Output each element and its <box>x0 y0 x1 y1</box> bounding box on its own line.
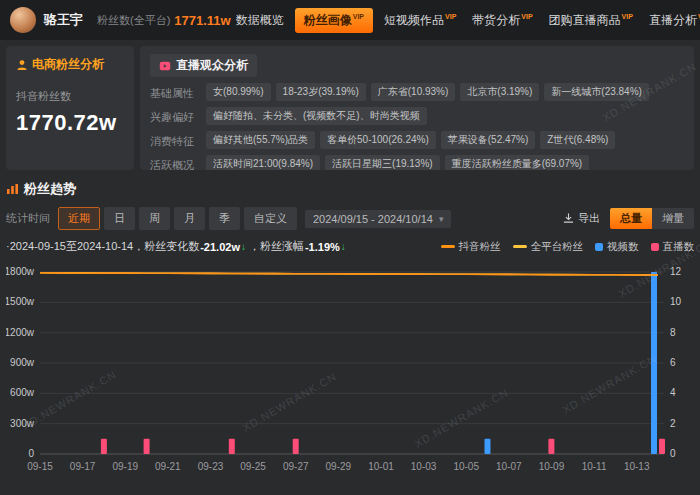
svg-text:09-17: 09-17 <box>70 461 96 472</box>
audience-tag: 客单价50-100(26.24%) <box>320 131 436 149</box>
svg-text:4: 4 <box>670 387 676 398</box>
nav-item[interactable]: 数据概览 <box>231 8 289 33</box>
legend-label: 视频数 <box>607 240 639 254</box>
mode-toggle-group: 总量增量 <box>610 208 694 229</box>
nav-item[interactable]: 直播分析VIP <box>644 8 700 33</box>
live-audience-panel: 直播观众分析 基础属性女(80.99%)18-23岁(39.19%)广东省(10… <box>140 46 694 170</box>
avatar[interactable] <box>10 7 36 33</box>
vip-badge: VIP <box>445 13 456 20</box>
audience-tag: 北京市(3.19%) <box>460 83 539 101</box>
svg-text:10-07: 10-07 <box>496 461 522 472</box>
person-icon <box>16 59 28 71</box>
bar-chart-icon <box>6 183 19 195</box>
audience-tag: 活跃日星期三(19.13%) <box>325 155 440 170</box>
period-button[interactable]: 自定义 <box>244 207 297 230</box>
svg-text:6: 6 <box>670 357 676 368</box>
period-button[interactable]: 月 <box>174 207 205 230</box>
live-icon <box>159 60 171 72</box>
chart-area: 1800w121500w101200w8900w6600w4300w20009-… <box>6 258 694 490</box>
svg-text:1500w: 1500w <box>6 296 35 307</box>
svg-text:09-29: 09-29 <box>326 461 352 472</box>
topbar: 骆王宇 粉丝数(全平台) 1771.11w 数据概览粉丝画像VIP短视频作品VI… <box>0 0 700 40</box>
audience-tag: 偏好随拍、未分类、(视频数不足)、时尚类视频 <box>206 107 427 125</box>
fans-total-label: 粉丝数(全平台) <box>97 13 170 28</box>
svg-text:0: 0 <box>28 448 34 459</box>
fans-rate-value: -1.19% <box>305 241 340 253</box>
mode-button[interactable]: 增量 <box>652 208 694 229</box>
vip-badge: VIP <box>353 13 364 20</box>
audience-row-label: 兴趣偏好 <box>150 107 206 125</box>
ecommerce-fan-panel-header: 电商粉丝分析 <box>16 56 124 73</box>
chart-legend: 抖音粉丝全平台粉丝视频数直播数 <box>441 240 695 254</box>
svg-text:09-25: 09-25 <box>240 461 266 472</box>
audience-tag: 苹果设备(52.47%) <box>441 131 536 149</box>
nav-item[interactable]: 带货分析VIP <box>467 8 537 33</box>
svg-text:09-19: 09-19 <box>112 461 138 472</box>
svg-text:12: 12 <box>670 266 682 277</box>
nav-item[interactable]: 粉丝画像VIP <box>295 8 373 33</box>
fan-trend-chart: 1800w121500w101200w8900w6600w4300w20009-… <box>6 258 694 486</box>
time-range-label: 统计时间 <box>6 211 50 226</box>
audience-tag: 广东省(10.93%) <box>371 83 456 101</box>
audience-row: 基础属性女(80.99%)18-23岁(39.19%)广东省(10.93%)北京… <box>150 83 684 101</box>
top-nav: 数据概览粉丝画像VIP短视频作品VIP带货分析VIP团购直播商品VIP直播分析V… <box>231 8 700 33</box>
legend-label: 全平台粉丝 <box>531 240 584 254</box>
vip-badge: VIP <box>521 13 532 20</box>
audience-row-label: 消费特征 <box>150 131 206 149</box>
svg-text:8: 8 <box>670 327 676 338</box>
audience-tag: 女(80.99%) <box>206 83 271 101</box>
svg-text:09-15: 09-15 <box>27 461 53 472</box>
period-button[interactable]: 季 <box>209 207 240 230</box>
summary-prefix: ·2024-09-15至2024-10-14，粉丝变化数 <box>6 239 199 254</box>
account-name: 骆王宇 <box>44 11 83 29</box>
period-button[interactable]: 周 <box>139 207 170 230</box>
svg-text:600w: 600w <box>10 387 35 398</box>
legend-item[interactable]: 直播数 <box>651 240 695 254</box>
svg-text:2: 2 <box>670 418 676 429</box>
douyin-fans-value: 1770.72w <box>16 110 124 136</box>
fan-trend-title: 粉丝趋势 <box>24 180 76 198</box>
export-label: 导出 <box>578 211 600 226</box>
svg-text:09-23: 09-23 <box>198 461 224 472</box>
summary-mid: ，粉丝涨幅 <box>249 239 304 254</box>
date-range-select[interactable]: 2024/09/15 - 2024/10/14 ▾ <box>305 210 451 228</box>
legend-item[interactable]: 全平台粉丝 <box>513 240 584 254</box>
ecommerce-fan-panel: 电商粉丝分析 抖音粉丝数 1770.72w <box>6 46 134 170</box>
svg-text:900w: 900w <box>10 357 35 368</box>
svg-text:300w: 300w <box>10 418 35 429</box>
audience-tag: Z世代(6.48%) <box>540 131 615 149</box>
nav-item[interactable]: 短视频作品VIP <box>379 8 461 33</box>
legend-marker-icon <box>513 245 527 248</box>
period-button[interactable]: 近期 <box>58 207 100 230</box>
fans-change-value: -21.02w <box>200 241 240 253</box>
audience-tag: 偏好其他(55.7%)品类 <box>206 131 315 149</box>
svg-text:1800w: 1800w <box>6 266 35 277</box>
vip-badge: VIP <box>622 13 633 20</box>
export-button[interactable]: 导出 <box>563 211 600 226</box>
period-button-group: 近期日周月季自定义 <box>58 207 297 230</box>
audience-tag: 重度活跃粉丝质量多(69.07%) <box>445 155 590 170</box>
svg-text:09-21: 09-21 <box>155 461 181 472</box>
down-arrow-icon: ↓ <box>341 241 346 252</box>
legend-marker-icon <box>595 243 603 251</box>
svg-text:10-01: 10-01 <box>368 461 394 472</box>
trend-controls: 统计时间 近期日周月季自定义 2024/09/15 - 2024/10/14 ▾… <box>6 207 694 230</box>
live-audience-header: 直播观众分析 <box>150 54 257 77</box>
audience-row: 活跃概况活跃时间21:00(9.84%)活跃日星期三(19.13%)重度活跃粉丝… <box>150 155 684 170</box>
svg-text:10-11: 10-11 <box>582 461 607 472</box>
nav-item[interactable]: 团购直播商品VIP <box>544 8 638 33</box>
audience-tag: 新一线城市(23.84%) <box>544 83 649 101</box>
date-range-value: 2024/09/15 - 2024/10/14 <box>313 213 433 225</box>
douyin-fans-label: 抖音粉丝数 <box>16 89 124 104</box>
audience-row: 兴趣偏好偏好随拍、未分类、(视频数不足)、时尚类视频 <box>150 107 684 125</box>
audience-tag: 活跃时间21:00(9.84%) <box>206 155 320 170</box>
legend-label: 直播数 <box>663 240 695 254</box>
svg-text:10-09: 10-09 <box>539 461 565 472</box>
legend-item[interactable]: 抖音粉丝 <box>441 240 501 254</box>
legend-item[interactable]: 视频数 <box>595 240 639 254</box>
svg-text:10-13: 10-13 <box>624 461 650 472</box>
period-button[interactable]: 日 <box>104 207 135 230</box>
audience-row-label: 基础属性 <box>150 83 206 101</box>
mode-button[interactable]: 总量 <box>610 208 652 229</box>
fans-total-value: 1771.11w <box>174 13 230 28</box>
